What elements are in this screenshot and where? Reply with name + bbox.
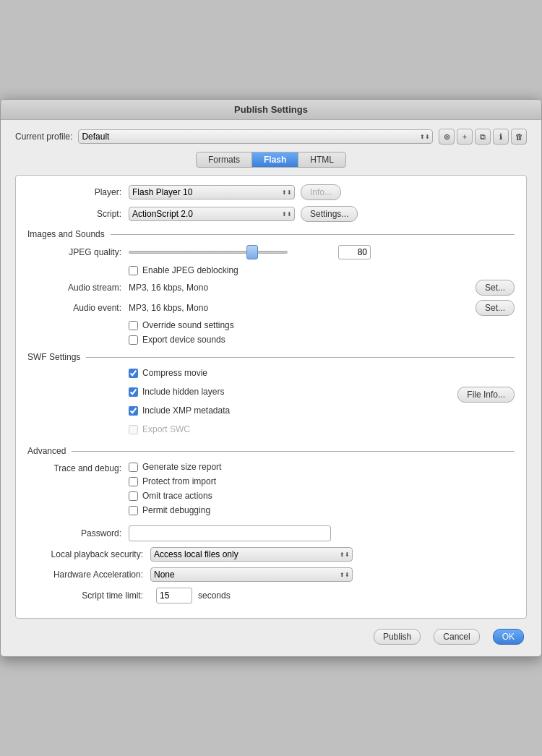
generate-size-label: Generate size report	[142, 462, 221, 472]
password-label: Password:	[27, 528, 121, 538]
export-device-checkbox[interactable]	[129, 335, 138, 345]
jpeg-quality-row: JPEG quality:	[27, 245, 515, 259]
password-input[interactable]	[129, 525, 331, 541]
main-panel: Player: Flash Player 10 Info... Script: …	[15, 175, 527, 619]
jpeg-quality-label: JPEG quality:	[27, 247, 121, 257]
audio-event-value: MP3, 16 kbps, Mono	[129, 303, 470, 313]
tabs-row: Formats Flash HTML	[15, 152, 527, 168]
ok-button[interactable]: OK	[493, 629, 524, 645]
swf-checkboxes: Compress movie Include hidden layers Inc…	[129, 368, 452, 439]
profile-info-icon[interactable]: ℹ	[493, 129, 509, 145]
hardware-accel-label: Hardware Acceleration:	[27, 570, 143, 580]
compress-movie-checkbox[interactable]	[129, 369, 138, 378]
images-sounds-header: Images and Sounds	[27, 229, 515, 239]
script-time-unit: seconds	[198, 590, 231, 601]
script-time-label: Script time limit:	[27, 590, 143, 601]
local-playback-label: Local playback security:	[27, 549, 143, 559]
jpeg-deblock-label: Enable JPEG deblocking	[142, 265, 238, 275]
player-row: Player: Flash Player 10 Info...	[27, 184, 515, 200]
override-sound-row: Override sound settings Export device so…	[129, 320, 515, 345]
trace-debug-label: Trace and debug:	[27, 462, 121, 473]
script-settings-button[interactable]: Settings...	[301, 206, 358, 222]
jpeg-deblock-row: Enable JPEG deblocking	[129, 265, 515, 275]
script-row: Script: ActionScript 2.0 Settings...	[27, 206, 515, 222]
audio-stream-value: MP3, 16 kbps, Mono	[129, 283, 470, 293]
trace-debug-row: Trace and debug: Generate size report Pr…	[27, 462, 515, 520]
permit-debug-checkbox[interactable]	[129, 506, 138, 515]
trace-debug-checkboxes: Generate size report Protect from import…	[129, 462, 221, 520]
profile-add-icon[interactable]: +	[457, 129, 473, 145]
profile-icons: ⊕ + ⧉ ℹ 🗑	[439, 129, 527, 145]
publish-settings-window: Publish Settings Current profile: Defaul…	[0, 99, 542, 657]
local-playback-select[interactable]: Access local files only Access network o…	[150, 547, 353, 562]
swf-settings-header: SWF Settings	[27, 352, 515, 362]
script-label: Script:	[27, 209, 121, 219]
jpeg-quality-slider[interactable]	[129, 251, 288, 254]
script-select-wrapper: ActionScript 2.0	[129, 207, 295, 221]
local-playback-row: Local playback security: Access local fi…	[27, 547, 515, 562]
tab-group: Formats Flash HTML	[196, 152, 346, 168]
profile-delete-icon[interactable]: 🗑	[511, 129, 527, 145]
profile-label: Current profile:	[15, 132, 72, 142]
cancel-button[interactable]: Cancel	[434, 629, 479, 645]
title-bar: Publish Settings	[1, 100, 541, 120]
export-device-label: Export device sounds	[142, 335, 225, 345]
profile-duplicate-icon[interactable]: ⧉	[475, 129, 491, 145]
profile-select-wrapper: Default	[78, 129, 433, 144]
tab-flash[interactable]: Flash	[252, 153, 298, 167]
permit-debug-label: Permit debugging	[142, 505, 210, 515]
profile-save-icon[interactable]: ⊕	[439, 129, 455, 145]
include-hidden-label: Include hidden layers	[142, 387, 224, 397]
omit-trace-label: Omit trace actions	[142, 491, 212, 501]
player-label: Player:	[27, 187, 121, 197]
advanced-header: Advanced	[27, 446, 515, 456]
hardware-accel-row: Hardware Acceleration: None Direct GPU	[27, 567, 515, 582]
jpeg-deblock-checkbox[interactable]	[129, 266, 138, 275]
jpeg-slider-container	[129, 251, 331, 254]
override-sound-checkbox[interactable]	[129, 321, 138, 330]
local-playback-select-wrapper: Access local files only Access network o…	[150, 547, 353, 562]
omit-trace-checkbox[interactable]	[129, 491, 138, 501]
protect-import-checkbox[interactable]	[129, 477, 138, 486]
include-xmp-label: Include XMP metadata	[142, 405, 230, 416]
file-info-button[interactable]: File Info...	[457, 387, 515, 403]
profile-row: Current profile: Default ⊕ + ⧉ ℹ 🗑	[15, 129, 527, 145]
audio-stream-row: Audio stream: MP3, 16 kbps, Mono Set...	[27, 280, 515, 296]
script-time-row: Script time limit: seconds	[27, 588, 515, 603]
export-swc-label: Export SWC	[142, 424, 190, 434]
swf-checkboxes-area: Compress movie Include hidden layers Inc…	[129, 368, 515, 439]
jpeg-quality-input[interactable]	[338, 245, 371, 259]
footer-buttons: Publish Cancel OK	[15, 629, 527, 645]
window-title: Publish Settings	[234, 104, 308, 115]
tab-html[interactable]: HTML	[298, 153, 345, 167]
script-time-input[interactable]	[156, 588, 192, 603]
password-row: Password:	[27, 525, 515, 541]
player-select[interactable]: Flash Player 10	[129, 185, 295, 199]
player-info-button[interactable]: Info...	[301, 184, 341, 200]
script-select[interactable]: ActionScript 2.0	[129, 207, 295, 221]
include-xmp-checkbox[interactable]	[129, 406, 138, 416]
override-sound-label: Override sound settings	[142, 320, 234, 330]
player-select-wrapper: Flash Player 10	[129, 185, 295, 199]
export-swc-checkbox[interactable]	[129, 425, 138, 434]
tab-formats[interactable]: Formats	[197, 153, 252, 167]
audio-event-set-button[interactable]: Set...	[476, 300, 515, 316]
protect-import-label: Protect from import	[142, 476, 216, 486]
audio-stream-label: Audio stream:	[27, 283, 121, 293]
audio-event-label: Audio event:	[27, 303, 121, 313]
compress-movie-label: Compress movie	[142, 368, 207, 378]
include-hidden-checkbox[interactable]	[129, 387, 138, 397]
audio-stream-set-button[interactable]: Set...	[476, 280, 515, 296]
generate-size-checkbox[interactable]	[129, 463, 138, 472]
publish-button[interactable]: Publish	[374, 629, 421, 645]
hardware-accel-select-wrapper: None Direct GPU	[150, 567, 353, 582]
profile-select[interactable]: Default	[78, 129, 433, 144]
audio-event-row: Audio event: MP3, 16 kbps, Mono Set...	[27, 300, 515, 316]
hardware-accel-select[interactable]: None Direct GPU	[150, 567, 353, 582]
